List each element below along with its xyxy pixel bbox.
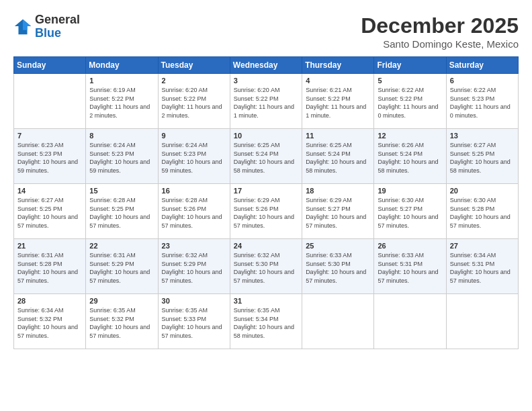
day-number: 11 [306,132,370,140]
day-info: Sunrise: 6:24 AMSunset: 5:23 PMDaylight:… [162,141,226,175]
week-row-4: 28Sunrise: 6:34 AMSunset: 5:32 PMDayligh… [14,294,519,349]
calendar-cell: 25Sunrise: 6:33 AMSunset: 5:30 PMDayligh… [302,239,374,294]
header-cell-saturday: Saturday [446,57,518,74]
logo-text: General Blue [35,13,80,40]
day-number: 16 [162,187,226,195]
day-info: Sunrise: 6:30 AMSunset: 5:27 PMDaylight:… [378,196,442,230]
calendar-cell: 31Sunrise: 6:35 AMSunset: 5:34 PMDayligh… [230,294,302,349]
day-info: Sunrise: 6:35 AMSunset: 5:34 PMDaylight:… [234,306,298,340]
day-number: 20 [450,187,515,195]
logo-general-text: General [35,13,80,26]
day-info: Sunrise: 6:20 AMSunset: 5:22 PMDaylight:… [162,86,226,120]
week-row-3: 21Sunrise: 6:31 AMSunset: 5:28 PMDayligh… [14,239,519,294]
header-cell-wednesday: Wednesday [230,57,302,74]
calendar-cell: 10Sunrise: 6:25 AMSunset: 5:24 PMDayligh… [230,129,302,184]
header-cell-sunday: Sunday [14,57,86,74]
calendar-cell: 28Sunrise: 6:34 AMSunset: 5:32 PMDayligh… [14,294,86,349]
day-info: Sunrise: 6:33 AMSunset: 5:31 PMDaylight:… [378,251,442,285]
calendar-cell: 6Sunrise: 6:22 AMSunset: 5:23 PMDaylight… [446,74,518,129]
day-info: Sunrise: 6:27 AMSunset: 5:25 PMDaylight:… [17,196,82,230]
day-number: 5 [378,77,442,85]
header-cell-monday: Monday [86,57,158,74]
day-number: 10 [234,132,298,140]
day-number: 26 [378,242,442,250]
calendar-cell: 23Sunrise: 6:32 AMSunset: 5:29 PMDayligh… [158,239,230,294]
calendar-cell: 9Sunrise: 6:24 AMSunset: 5:23 PMDaylight… [158,129,230,184]
calendar-cell: 4Sunrise: 6:21 AMSunset: 5:22 PMDaylight… [302,74,374,129]
header-row: SundayMondayTuesdayWednesdayThursdayFrid… [14,57,519,74]
day-info: Sunrise: 6:25 AMSunset: 5:24 PMDaylight:… [306,141,370,175]
day-info: Sunrise: 6:28 AMSunset: 5:26 PMDaylight:… [162,196,226,230]
calendar-cell: 7Sunrise: 6:23 AMSunset: 5:23 PMDaylight… [14,129,86,184]
day-number: 29 [89,297,154,305]
day-number: 14 [17,187,82,195]
day-number: 9 [162,132,226,140]
calendar-cell [302,294,374,349]
day-info: Sunrise: 6:31 AMSunset: 5:29 PMDaylight:… [89,251,154,285]
day-info: Sunrise: 6:33 AMSunset: 5:30 PMDaylight:… [306,251,370,285]
day-number: 13 [450,132,515,140]
day-number: 28 [17,297,82,305]
calendar-cell: 14Sunrise: 6:27 AMSunset: 5:25 PMDayligh… [14,184,86,239]
calendar-cell: 29Sunrise: 6:35 AMSunset: 5:32 PMDayligh… [86,294,158,349]
calendar-cell: 8Sunrise: 6:24 AMSunset: 5:23 PMDaylight… [86,129,158,184]
header-cell-friday: Friday [374,57,446,74]
day-number: 7 [17,132,82,140]
day-number: 1 [89,77,154,85]
day-info: Sunrise: 6:22 AMSunset: 5:22 PMDaylight:… [378,86,442,120]
calendar-cell: 21Sunrise: 6:31 AMSunset: 5:28 PMDayligh… [14,239,86,294]
calendar-table: SundayMondayTuesdayWednesdayThursdayFrid… [13,56,519,349]
calendar-cell: 27Sunrise: 6:34 AMSunset: 5:31 PMDayligh… [446,239,518,294]
day-info: Sunrise: 6:32 AMSunset: 5:30 PMDaylight:… [234,251,298,285]
logo-blue-text: Blue [35,26,61,40]
header: General Blue December 2025 Santo Domingo… [13,13,519,50]
day-number: 27 [450,242,515,250]
week-row-2: 14Sunrise: 6:27 AMSunset: 5:25 PMDayligh… [14,184,519,239]
calendar-cell: 22Sunrise: 6:31 AMSunset: 5:29 PMDayligh… [86,239,158,294]
day-info: Sunrise: 6:27 AMSunset: 5:25 PMDaylight:… [450,141,515,175]
calendar-cell: 16Sunrise: 6:28 AMSunset: 5:26 PMDayligh… [158,184,230,239]
header-cell-thursday: Thursday [302,57,374,74]
day-number: 30 [162,297,226,305]
calendar-cell [374,294,446,349]
day-info: Sunrise: 6:19 AMSunset: 5:22 PMDaylight:… [89,86,154,120]
day-number: 23 [162,242,226,250]
month-title: December 2025 [361,13,519,38]
day-info: Sunrise: 6:21 AMSunset: 5:22 PMDaylight:… [306,86,370,120]
logo: General Blue [13,13,80,40]
calendar-cell: 18Sunrise: 6:29 AMSunset: 5:27 PMDayligh… [302,184,374,239]
day-number: 21 [17,242,82,250]
title-area: December 2025 Santo Domingo Keste, Mexic… [361,13,519,50]
day-info: Sunrise: 6:28 AMSunset: 5:25 PMDaylight:… [89,196,154,230]
day-info: Sunrise: 6:23 AMSunset: 5:23 PMDaylight:… [17,141,82,175]
day-number: 3 [234,77,298,85]
calendar-cell: 12Sunrise: 6:26 AMSunset: 5:24 PMDayligh… [374,129,446,184]
calendar-cell: 15Sunrise: 6:28 AMSunset: 5:25 PMDayligh… [86,184,158,239]
day-info: Sunrise: 6:35 AMSunset: 5:32 PMDaylight:… [89,306,154,340]
calendar-cell: 3Sunrise: 6:20 AMSunset: 5:22 PMDaylight… [230,74,302,129]
day-info: Sunrise: 6:29 AMSunset: 5:26 PMDaylight:… [234,196,298,230]
calendar-cell: 26Sunrise: 6:33 AMSunset: 5:31 PMDayligh… [374,239,446,294]
location-title: Santo Domingo Keste, Mexico [361,38,519,50]
calendar-cell: 24Sunrise: 6:32 AMSunset: 5:30 PMDayligh… [230,239,302,294]
day-number: 31 [234,297,298,305]
day-info: Sunrise: 6:24 AMSunset: 5:23 PMDaylight:… [89,141,154,175]
day-number: 25 [306,242,370,250]
calendar-body: 1Sunrise: 6:19 AMSunset: 5:22 PMDaylight… [14,74,519,349]
calendar-cell: 19Sunrise: 6:30 AMSunset: 5:27 PMDayligh… [374,184,446,239]
calendar-header: SundayMondayTuesdayWednesdayThursdayFrid… [14,57,519,74]
day-info: Sunrise: 6:29 AMSunset: 5:27 PMDaylight:… [306,196,370,230]
day-number: 19 [378,187,442,195]
week-row-1: 7Sunrise: 6:23 AMSunset: 5:23 PMDaylight… [14,129,519,184]
calendar-cell: 5Sunrise: 6:22 AMSunset: 5:22 PMDaylight… [374,74,446,129]
calendar-cell: 13Sunrise: 6:27 AMSunset: 5:25 PMDayligh… [446,129,518,184]
day-info: Sunrise: 6:22 AMSunset: 5:23 PMDaylight:… [450,86,515,120]
day-number: 2 [162,77,226,85]
day-info: Sunrise: 6:34 AMSunset: 5:31 PMDaylight:… [450,251,515,285]
day-info: Sunrise: 6:34 AMSunset: 5:32 PMDaylight:… [17,306,82,340]
day-number: 22 [89,242,154,250]
calendar-cell: 17Sunrise: 6:29 AMSunset: 5:26 PMDayligh… [230,184,302,239]
day-info: Sunrise: 6:31 AMSunset: 5:28 PMDaylight:… [17,251,82,285]
day-number: 6 [450,77,515,85]
day-number: 15 [89,187,154,195]
